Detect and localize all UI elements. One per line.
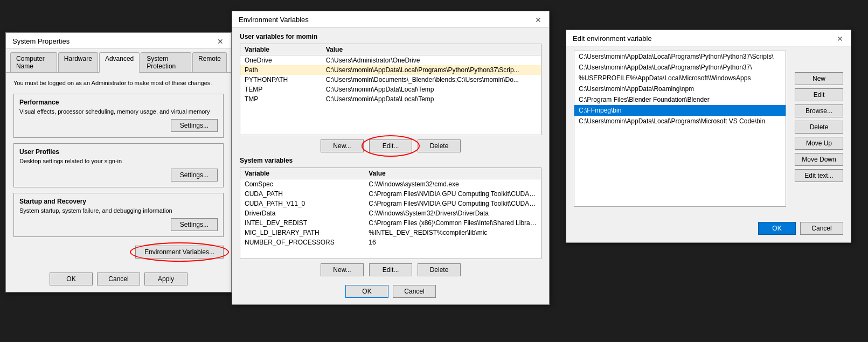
user-profiles-settings-button[interactable]: Settings... [171, 169, 218, 182]
system-var-value: C:\Program Files\NVIDIA GPU Computing To… [364, 189, 541, 199]
environment-variables-window: Environment Variables ✕ User variables f… [232, 11, 550, 305]
env-cancel-button[interactable]: Cancel [393, 285, 436, 298]
user-new-button[interactable]: New... [321, 139, 364, 152]
system-var-row[interactable]: DriverDataC:\Windows\System32\Drivers\Dr… [240, 208, 541, 218]
system-var-value: C:\Windows\system32\cmd.exe [364, 179, 541, 190]
environment-variables-button[interactable]: Environment Variables... [135, 246, 224, 259]
user-var-row[interactable]: TMPC:\Users\momin\AppData\Local\Temp [240, 94, 541, 104]
system-var-row[interactable]: CUDA_PATHC:\Program Files\NVIDIA GPU Com… [240, 189, 541, 199]
path-item[interactable]: C:\Users\momin\AppData\Local\Programs\Mi… [574, 116, 786, 127]
path-item[interactable]: C:\Users\momin\AppData\Local\Programs\Py… [574, 62, 786, 73]
user-var-row[interactable]: TEMPC:\Users\momin\AppData\Local\Temp [240, 85, 541, 94]
startup-recovery-label: Startup and Recovery [19, 198, 218, 205]
edit-env-titlebar: Edit environment variable ✕ [566, 30, 851, 46]
system-var-row[interactable]: NUMBER_OF_PROCESSORS16 [240, 238, 541, 247]
edit-edit-button[interactable]: Edit [795, 88, 843, 101]
edit-env-buttons: New Edit Browse... Delete Move Up Move D… [795, 72, 843, 182]
system-var-col-value: Value [364, 168, 541, 179]
user-var-value: C:\Users\momin\AppData\Local\Programs\Py… [322, 65, 541, 75]
user-var-row[interactable]: PathC:\Users\momin\AppData\Local\Program… [240, 65, 541, 75]
system-ok-button[interactable]: OK [50, 273, 93, 285]
user-var-row[interactable]: OneDriveC:\Users\Administrator\OneDrive [240, 55, 541, 66]
user-var-row[interactable]: PYTHONPATHC:\Users\momin\Documents\_Blen… [240, 75, 541, 85]
system-var-name: CUDA_PATH_V11_0 [240, 199, 364, 208]
system-new-button[interactable]: New... [321, 263, 364, 276]
tab-system-protection[interactable]: System Protection [141, 52, 191, 72]
tab-advanced[interactable]: Advanced [99, 52, 140, 73]
edit-env-title: Edit environment variable [573, 34, 652, 43]
system-apply-button[interactable]: Apply [144, 273, 188, 285]
system-properties-body: You must be logged on as an Administrato… [6, 73, 231, 268]
system-section-title: System variables [232, 157, 549, 164]
user-var-value: C:\Users\Administrator\OneDrive [322, 55, 541, 66]
system-properties-bottom-buttons: OK Cancel Apply [6, 268, 231, 292]
startup-recovery-section: Startup and Recovery System startup, sys… [13, 193, 224, 237]
tab-remote[interactable]: Remote [192, 52, 227, 72]
edit-text-button[interactable]: Edit text... [795, 169, 843, 182]
user-var-col-variable: Variable [240, 44, 322, 55]
system-var-col-variable: Variable [240, 168, 364, 179]
system-edit-button[interactable]: Edit... [369, 263, 412, 276]
performance-label: Performance [19, 99, 218, 106]
system-delete-button[interactable]: Delete [418, 263, 461, 276]
system-var-row[interactable]: ComSpecC:\Windows\system32\cmd.exe [240, 179, 541, 190]
edit-move-down-button[interactable]: Move Down [795, 153, 843, 166]
system-var-name: DriverData [240, 208, 364, 218]
path-item[interactable]: C:\Users\momin\AppData\Local\Programs\Py… [574, 51, 786, 62]
env-ok-button[interactable]: OK [345, 285, 388, 298]
system-properties-title: System Properties [12, 37, 70, 45]
system-cancel-button[interactable]: Cancel [97, 273, 140, 285]
user-var-name: TEMP [240, 85, 322, 94]
env-var-btn-wrapper: Environment Variables... [135, 246, 224, 259]
env-titlebar: Environment Variables ✕ [232, 11, 549, 27]
tab-computer-name[interactable]: Computer Name [10, 52, 57, 72]
path-item[interactable]: C:\FFmpeg\bin [574, 105, 786, 116]
edit-env-close[interactable]: ✕ [835, 35, 845, 43]
system-var-name: MIC_LD_LIBRARY_PATH [240, 228, 364, 238]
edit-delete-button[interactable]: Delete [795, 121, 843, 134]
path-item[interactable]: C:\Program Files\Blender Foundation\Blen… [574, 94, 786, 105]
system-properties-window: System Properties ✕ Computer Name Hardwa… [5, 32, 232, 292]
path-item[interactable]: %USERPROFILE%\AppData\Local\Microsoft\Wi… [574, 73, 786, 83]
performance-desc: Visual effects, processor scheduling, me… [19, 108, 218, 115]
edit-ok-button[interactable]: OK [758, 222, 796, 235]
system-var-value: C:\Windows\System32\Drivers\DriverData [364, 208, 541, 218]
system-var-row[interactable]: INTEL_DEV_REDISTC:\Program Files (x86)\C… [240, 218, 541, 228]
system-var-row[interactable]: CUDA_PATH_V11_0C:\Program Files\NVIDIA G… [240, 199, 541, 208]
user-delete-button[interactable]: Delete [418, 139, 461, 152]
system-properties-titlebar: System Properties ✕ [6, 33, 231, 49]
system-var-name: ComSpec [240, 179, 364, 190]
user-var-name: TMP [240, 94, 322, 104]
system-properties-close[interactable]: ✕ [215, 38, 226, 45]
path-item[interactable]: C:\Users\momin\AppData\Roaming\npm [574, 83, 786, 94]
user-var-name: PYTHONPATH [240, 75, 322, 85]
user-vars-buttons: New... Edit... Delete [232, 135, 549, 157]
system-var-value: 16 [364, 238, 541, 247]
edit-env-bottom-buttons: OK Cancel [566, 217, 851, 242]
env-title: Environment Variables [239, 16, 309, 24]
env-close[interactable]: ✕ [533, 16, 544, 24]
tab-hardware[interactable]: Hardware [58, 52, 98, 72]
user-var-col-value: Value [322, 44, 541, 55]
user-var-value: C:\Users\momin\AppData\Local\Temp [322, 94, 541, 104]
edit-new-button[interactable]: New [795, 72, 843, 85]
system-var-name: CUDA_PATH [240, 189, 364, 199]
user-profiles-desc: Desktop settings related to your sign-in [19, 158, 218, 164]
edit-btn-circled: Edit... [369, 139, 412, 152]
performance-settings-button[interactable]: Settings... [171, 119, 218, 132]
user-edit-button[interactable]: Edit... [369, 139, 412, 152]
startup-recovery-settings-button[interactable]: Settings... [171, 218, 218, 231]
system-vars-table: Variable Value ComSpecC:\Windows\system3… [240, 168, 541, 247]
system-properties-tabs: Computer Name Hardware Advanced System P… [6, 49, 231, 73]
edit-cancel-button[interactable]: Cancel [800, 222, 843, 235]
env-bottom-buttons: OK Cancel [232, 281, 549, 304]
edit-browse-button[interactable]: Browse... [795, 104, 843, 117]
admin-note: You must be logged on as an Administrato… [13, 79, 224, 87]
system-vars-buttons: New... Edit... Delete [232, 259, 549, 281]
system-var-value: C:\Program Files (x86)\Common Files\Inte… [364, 218, 541, 228]
user-vars-table: Variable Value OneDriveC:\Users\Administ… [240, 44, 541, 104]
system-var-value: C:\Program Files\NVIDIA GPU Computing To… [364, 199, 541, 208]
edit-move-up-button[interactable]: Move Up [795, 137, 843, 150]
system-var-row[interactable]: MIC_LD_LIBRARY_PATH%INTEL_DEV_REDIST%com… [240, 228, 541, 238]
system-var-name: NUMBER_OF_PROCESSORS [240, 238, 364, 247]
